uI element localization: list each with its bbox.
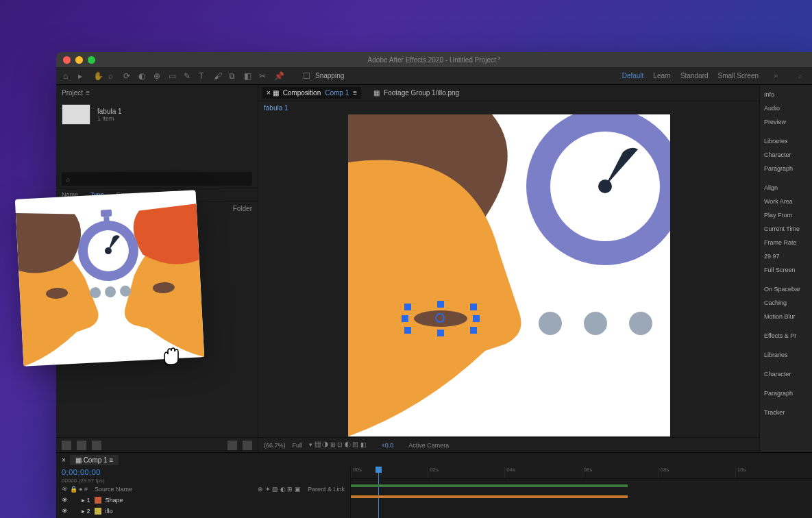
zoom-display[interactable]: (66.7%) [264, 442, 286, 449]
camera-dropdown[interactable]: Active Camera [408, 442, 449, 449]
pen-tool-icon[interactable]: ✎ [182, 70, 195, 82]
sel-handle[interactable] [437, 301, 444, 308]
panel-paragraph2[interactable]: Paragraph [760, 386, 812, 400]
col-source[interactable]: Source Name [95, 486, 132, 493]
stopwatch-needle [550, 132, 660, 241]
sel-handle[interactable] [470, 304, 477, 310]
viewport-toolbar: (66.7%) Full ▾ ▦ ◑ ⊞ ⊡ ◐ 回 ◧ +0.0 Active… [258, 437, 759, 452]
resolution-dropdown[interactable]: Full [293, 442, 303, 449]
footage-tab[interactable]: ▦ Footage Group 1/illo.png [369, 87, 463, 99]
sel-handle[interactable] [470, 327, 477, 334]
brush-tool-icon[interactable]: 🖌 [212, 70, 225, 82]
tools-toolbar: ⌂ ▸ ✋ ⌕ ⟳ ◐ ⊕ ▭ ✎ T 🖌 ⧉ ◧ ✂ 📌 ☐ Snapping… [56, 67, 812, 85]
maximize-window-button[interactable] [88, 56, 95, 64]
panel-libraries[interactable]: Libraries [760, 134, 812, 148]
comp-breadcrumb[interactable]: fabula 1 [258, 101, 759, 114]
panel-audio[interactable]: Audio [760, 101, 812, 115]
new-folder-icon[interactable] [77, 441, 86, 450]
search-icon[interactable]: ⌕ [794, 70, 807, 82]
snapping-checkbox[interactable]: ☐ [302, 70, 314, 82]
panel-effects[interactable]: Effects & Pr [760, 329, 812, 343]
puppet-tool-icon[interactable]: 📌 [273, 70, 285, 82]
composition-panel: × ▦ CompositionComp 1 ≡ ▦ Footage Group … [258, 85, 760, 452]
panel-motionblur[interactable]: Motion Blur [760, 310, 812, 323]
timeline-row[interactable]: 👁▸ 2 illo [56, 506, 350, 517]
panel-framerate[interactable]: Frame Rate [760, 236, 812, 249]
panel-preview[interactable]: Preview [760, 115, 812, 129]
viewport[interactable] [258, 114, 759, 437]
home-icon[interactable]: ⌂ [62, 70, 74, 82]
trash-icon[interactable] [243, 441, 252, 450]
dot-3 [629, 312, 652, 335]
panel-workarea[interactable]: Work Area [760, 195, 812, 208]
small-screen-workspace-link[interactable]: Small Screen [718, 72, 759, 79]
asset-info: fabula 1 1 item [56, 100, 258, 129]
panel-align[interactable]: Align [760, 181, 812, 195]
zoom-tool-icon[interactable]: ⌕ [107, 70, 119, 82]
anchor-point-icon[interactable] [435, 313, 445, 323]
roto-tool-icon[interactable]: ✂ [258, 70, 270, 82]
sel-handle[interactable] [437, 330, 444, 336]
panel-onspacebar[interactable]: On Spacebar [760, 282, 812, 296]
dot-2 [584, 312, 607, 335]
sel-handle[interactable] [404, 304, 411, 310]
timeline-tracks[interactable]: 00s 02s 04s 06s 08s 10s [351, 467, 812, 518]
panel-fullscreen[interactable]: Full Screen [760, 263, 812, 277]
panel-character[interactable]: Character [760, 148, 812, 162]
sel-handle[interactable] [404, 327, 411, 334]
panel-caching[interactable]: Caching [760, 296, 812, 310]
composition-canvas[interactable] [348, 114, 670, 436]
composition-tab[interactable]: × ▦ CompositionComp 1 ≡ [262, 87, 361, 99]
asset-name: fabula 1 [97, 108, 122, 115]
project-footer-toolbar [56, 437, 258, 452]
svg-rect-6 [103, 217, 110, 223]
project-search-input[interactable]: ⌕ [62, 172, 252, 186]
panel-tracker[interactable]: Tracker [760, 406, 812, 419]
panel-libraries2[interactable]: Libraries [760, 348, 812, 362]
learn-link[interactable]: Learn [653, 72, 671, 79]
asset-thumbnail[interactable] [62, 104, 90, 125]
orbit-tool-icon[interactable]: ⟳ [122, 70, 134, 82]
thumbnail-illustration [15, 190, 204, 366]
row2-name: illo [106, 508, 113, 515]
panel-character2[interactable]: Character [760, 367, 812, 381]
standard-workspace-link[interactable]: Standard [680, 72, 709, 79]
row-type: Folder [233, 205, 252, 212]
panel-info[interactable]: Info [760, 88, 812, 101]
interpret-icon[interactable] [62, 441, 71, 450]
timeline-panel: × ▦ Comp 1 ≡ 0;00;00;00 00000 (29.97 fps… [56, 452, 812, 518]
anchor-tool-icon[interactable]: ⊕ [152, 70, 164, 82]
window-title: Adobe After Effects 2020 - Untitled Proj… [368, 56, 501, 64]
col-parent[interactable]: Parent & Link [308, 486, 345, 493]
eraser-tool-icon[interactable]: ◧ [243, 70, 255, 82]
grab-cursor-icon [159, 344, 184, 369]
layer-bar[interactable] [351, 495, 628, 498]
timeline-tab[interactable]: ▦ Comp 1 ≡ [70, 455, 119, 465]
timeline-row[interactable]: 👁▸ 1 Shape [56, 495, 350, 506]
layer-bar[interactable] [351, 484, 628, 487]
svg-point-0 [598, 180, 612, 193]
sel-handle[interactable] [473, 315, 480, 322]
hand-tool-icon[interactable]: ✋ [92, 70, 104, 82]
workspace-dropdown[interactable]: Default [622, 72, 644, 79]
shape-tool-icon[interactable]: ▭ [167, 70, 180, 82]
chevron-right-icon[interactable]: » [770, 70, 782, 82]
timeline-layer-list: 0;00;00;00 00000 (29.97 fps) 👁 🔒 ● # Sou… [56, 467, 351, 518]
sel-handle[interactable] [402, 315, 408, 322]
rotate-tool-icon[interactable]: ◐ [137, 70, 149, 82]
minimize-window-button[interactable] [75, 56, 83, 64]
panel-currenttime[interactable]: Current Time [760, 222, 812, 236]
close-window-button[interactable] [63, 56, 71, 64]
panel-playfrom[interactable]: Play From [760, 208, 812, 222]
new-comp-icon[interactable] [92, 441, 101, 450]
bpc-icon[interactable] [227, 441, 237, 450]
clone-tool-icon[interactable]: ⧉ [227, 70, 240, 82]
type-tool-icon[interactable]: T [197, 70, 210, 82]
timecode-display[interactable]: 0;00;00;00 [56, 467, 350, 478]
panel-paragraph[interactable]: Paragraph [760, 162, 812, 175]
dot-1 [539, 312, 562, 335]
row1-name: Shape [106, 497, 123, 504]
project-tab[interactable]: Project [62, 89, 83, 97]
asset-meta: 1 item [97, 115, 122, 122]
selection-tool-icon[interactable]: ▸ [77, 70, 89, 82]
